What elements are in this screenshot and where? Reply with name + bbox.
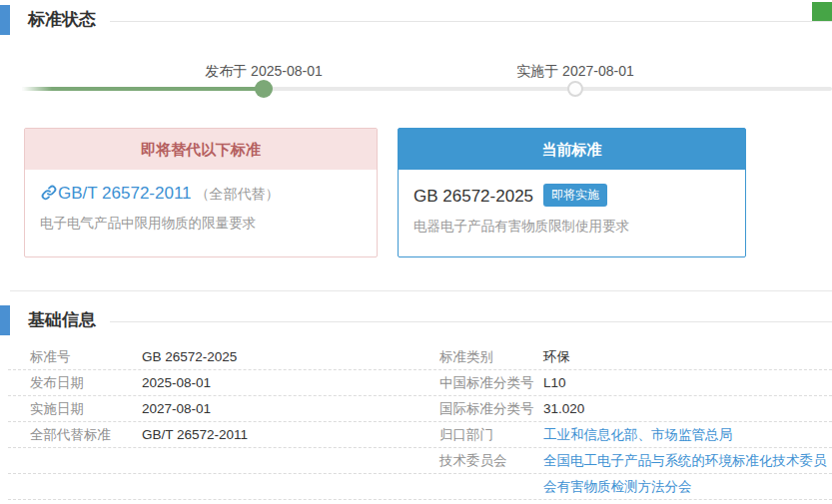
label-cn-classification: 中国标准分类号 <box>439 370 543 395</box>
table-row: 发布日期 2025-08-01 中国标准分类号 L10 <box>8 370 832 396</box>
timeline-progress <box>22 87 264 91</box>
department-link[interactable]: 工业和信息化部、市场监管总局 <box>543 422 832 447</box>
section-accent-bar <box>0 5 10 35</box>
section-title-rule <box>110 321 832 322</box>
empty-cell <box>142 448 439 473</box>
timeline-implemented-dot <box>567 81 583 97</box>
section-title-status: 标准状态 <box>28 8 96 31</box>
replace-note: （全部代替） <box>196 186 280 202</box>
empty-cell <box>142 474 439 499</box>
replaced-standard-title: 电子电气产品中限用物质的限量要求 <box>40 215 362 233</box>
value-replaces: GB/T 26572-2011 <box>142 422 439 447</box>
table-row: 会有害物质检测方法分会 <box>8 474 832 500</box>
label-replaces: 全部代替标准 <box>30 422 142 447</box>
section-title-info: 基础信息 <box>28 308 96 331</box>
basic-info-table: 标准号 GB 26572-2025 标准类别 环保 发布日期 2025-08-0… <box>8 344 832 500</box>
panel-divider <box>10 290 832 291</box>
empty-cell <box>30 448 142 473</box>
table-row: 实施日期 2027-08-01 国际标准分类号 31.020 <box>8 396 832 422</box>
label-category: 标准类别 <box>439 344 543 369</box>
committee-link-line1[interactable]: 全国电工电子产品与系统的环境标准化技术委员 <box>543 448 832 473</box>
standard-detail-page: 标准状态 发布于 2025-08-01 实施于 2027-08-01 即将替代以… <box>0 0 832 504</box>
chain-link-icon <box>40 184 58 202</box>
current-standard-code: GB 26572-2025 <box>414 187 533 206</box>
replaced-standard-card: 即将替代以下标准 GB/T 26572-2011（全部代替） 电子电气产品中限用… <box>24 128 378 257</box>
section-title-rule <box>110 21 832 22</box>
value-ics: 31.020 <box>543 396 832 421</box>
label-ics: 国际标准分类号 <box>439 396 543 421</box>
corner-button[interactable] <box>812 2 832 22</box>
replaced-standard-link[interactable]: GB/T 26572-2011 <box>58 184 192 203</box>
label-standard-no: 标准号 <box>30 344 142 369</box>
current-standard-card: 当前标准 GB 26572-2025即将实施 电器电子产品有害物质限制使用要求 <box>398 128 746 257</box>
committee-link-line2[interactable]: 会有害物质检测方法分会 <box>543 474 832 499</box>
value-cn-classification: L10 <box>543 370 832 395</box>
label-publish-date: 发布日期 <box>30 370 142 395</box>
empty-cell <box>439 474 543 499</box>
replaced-card-header: 即将替代以下标准 <box>25 129 377 170</box>
value-publish-date: 2025-08-01 <box>142 370 439 395</box>
table-row: 全部代替标准 GB/T 26572-2011 归口部门 工业和信息化部、市场监管… <box>8 422 832 448</box>
label-impl-date: 实施日期 <box>30 396 142 421</box>
section-accent-bar <box>0 305 10 335</box>
label-committee: 技术委员会 <box>439 448 543 473</box>
value-category: 环保 <box>543 344 832 369</box>
timeline-published-label: 发布于 2025-08-01 <box>164 63 364 81</box>
value-standard-no: GB 26572-2025 <box>142 344 439 369</box>
table-row: 技术委员会 全国电工电子产品与系统的环境标准化技术委员 <box>8 448 832 474</box>
label-department: 归口部门 <box>439 422 543 447</box>
timeline-published-dot <box>255 80 273 98</box>
empty-cell <box>30 474 142 499</box>
status-badge: 即将实施 <box>543 184 607 207</box>
current-card-header: 当前标准 <box>399 129 745 170</box>
current-standard-title: 电器电子产品有害物质限制使用要求 <box>414 218 730 236</box>
timeline-implemented-label: 实施于 2027-08-01 <box>475 63 675 81</box>
table-row: 标准号 GB 26572-2025 标准类别 环保 <box>8 344 832 370</box>
value-impl-date: 2027-08-01 <box>142 396 439 421</box>
